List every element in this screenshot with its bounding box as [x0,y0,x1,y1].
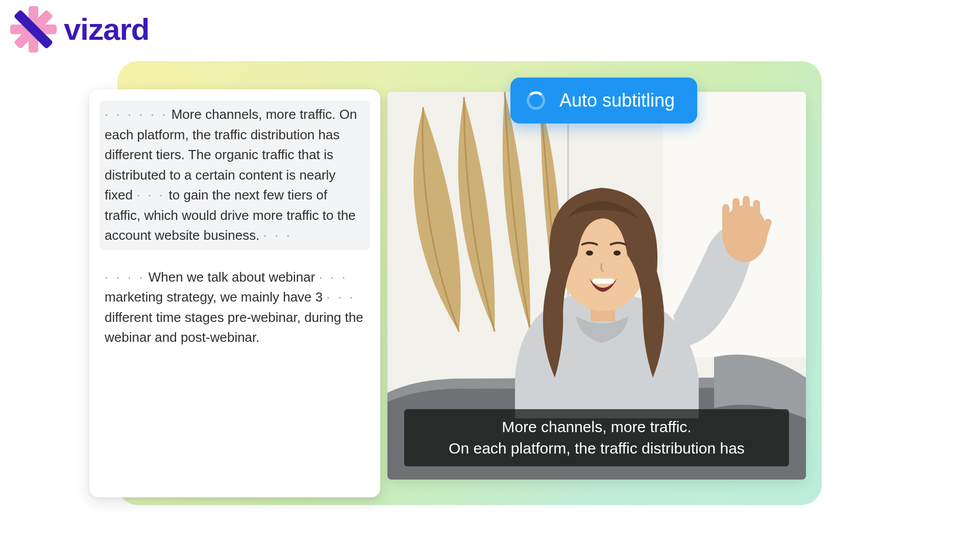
brand-logo: vizard [9,5,149,54]
brand-name: vizard [64,12,149,47]
auto-subtitling-pill[interactable]: Auto subtitling [510,78,697,123]
video-caption: More channels, more traffic. On each pla… [404,409,789,466]
filler-dots: · · · [319,270,348,284]
transcript-text: When we talk about webinar [149,269,315,285]
caption-line-2: On each platform, the traffic distributi… [413,438,780,459]
spinner-icon [527,91,545,110]
svg-point-17 [614,251,621,256]
svg-rect-11 [743,196,750,233]
filler-dots: · · · · · · [105,108,167,121]
filler-dots: · · · · [105,270,145,284]
filler-dots: · · · [327,290,355,304]
caption-line-1: More channels, more traffic. [413,416,780,438]
pill-label: Auto subtitling [559,90,675,111]
svg-rect-12 [753,200,760,232]
svg-point-16 [586,251,593,256]
svg-rect-9 [722,204,729,233]
transcript-text: different time stages pre-webinar, durin… [105,310,363,345]
transcript-text: marketing strategy, we mainly have 3 [105,289,323,305]
transcript-panel[interactable]: · · · · · · More channels, more traffic.… [89,89,380,497]
svg-rect-18 [593,279,614,284]
video-preview[interactable]: More channels, more traffic. On each pla… [387,92,806,480]
transcript-paragraph[interactable]: · · · · · · More channels, more traffic.… [100,101,370,250]
filler-dots: · · · [263,229,292,242]
svg-rect-10 [732,198,740,233]
transcript-paragraph[interactable]: · · · · When we talk about webinar · · ·… [100,263,370,352]
logo-mark-icon [9,5,58,54]
filler-dots: · · · [136,188,165,202]
